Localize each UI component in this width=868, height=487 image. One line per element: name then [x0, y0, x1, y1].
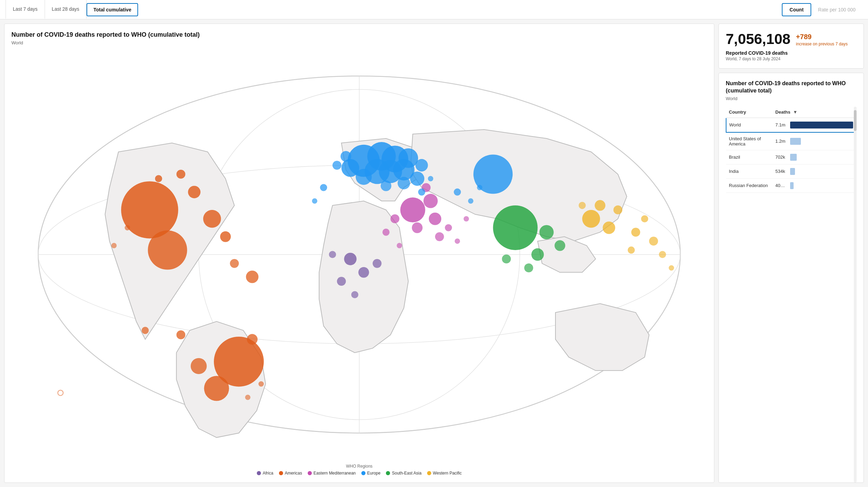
legend-label-sea: South-East Asia [392, 471, 421, 476]
bubble-asia-blue2 [468, 198, 473, 204]
scrollbar-track [854, 107, 857, 482]
stats-card: 7,056,108 +789 increase on previous 7 da… [718, 24, 864, 69]
bubble-americas-6 [155, 175, 162, 183]
metric-group: Count Rate per 100 000 [782, 0, 862, 19]
legend-label-americas: Americas [285, 471, 302, 476]
legend-label-europe: Europe [367, 471, 381, 476]
country-russia: Russian Federation [726, 178, 772, 193]
bubble-africa-6 [329, 251, 336, 258]
table-row-india[interactable]: India 534k [726, 164, 856, 178]
bubble-wp-3 [595, 200, 605, 211]
bubble-wp-8 [641, 215, 648, 223]
bubble-africa-2 [358, 267, 369, 278]
table-card-title: Number of COVID-19 deaths reported to WH… [726, 80, 857, 95]
bubble-em-2 [424, 194, 438, 208]
col-header-country: Country [726, 107, 772, 118]
deaths-usa: 1.2m [772, 132, 856, 150]
bubble-em-4 [412, 222, 423, 233]
stats-increase-label: increase on previous 7 days [796, 42, 848, 46]
bar-fill-india [790, 168, 795, 175]
bar-fill-world [790, 122, 853, 129]
deaths-brazil: 702k [772, 150, 856, 164]
bubble-europe-10 [410, 172, 424, 186]
legend-title: WHO Regions [11, 464, 707, 469]
table-card-subtitle: World [726, 96, 857, 101]
deaths-value-russia: 40… [775, 183, 787, 188]
main-container: Number of COVID-19 deaths reported to WH… [0, 19, 868, 487]
bar-track-world [790, 122, 853, 129]
bubble-africa-4 [373, 259, 382, 268]
bubble-europe-7 [398, 149, 418, 168]
country-usa: United States of America [726, 132, 772, 150]
bubble-wp-7 [628, 247, 635, 254]
legend-item-sea: South-East Asia [386, 471, 421, 476]
col-header-deaths[interactable]: Deaths ▼ [772, 107, 856, 118]
table-row-world[interactable]: World 7.1m [726, 118, 856, 132]
bubble-americas-sa6 [142, 327, 149, 334]
bubble-wp-6 [649, 237, 658, 246]
tab-bar: Last 7 days Last 28 days Total cumulativ… [0, 0, 868, 19]
bubble-india [493, 205, 538, 250]
legend-label-africa: Africa [263, 471, 273, 476]
metric-count-button[interactable]: Count [782, 3, 811, 16]
deaths-table: Country Deaths ▼ World 7.1 [726, 107, 857, 193]
bubble-em-extra2 [397, 243, 402, 248]
bar-track-india [790, 168, 853, 175]
table-row-russia[interactable]: Russian Federation 40… [726, 178, 856, 193]
bubble-wp-11 [669, 265, 674, 271]
bubble-em-1 [400, 197, 425, 222]
bubble-am-extra4 [245, 395, 250, 400]
stats-increase-value: +789 [796, 33, 848, 41]
scrollbar-thumb[interactable] [854, 110, 857, 131]
bubble-wp-5 [631, 228, 640, 237]
bubble-eu-extra4 [428, 176, 433, 181]
bubble-eu-extra2 [312, 198, 317, 204]
main-death-count: 7,056,108 [726, 31, 790, 47]
bubble-wp-4 [613, 205, 622, 214]
tab-last7days[interactable]: Last 7 days [6, 0, 45, 19]
map-title: Number of COVID-19 deaths reported to WH… [11, 31, 707, 39]
bubble-wp-9 [659, 251, 666, 258]
legend-item-eastern-med: Eastern Mediterranean [308, 471, 356, 476]
bubble-americas-ca2 [230, 259, 239, 268]
bubble-wp-1 [582, 210, 600, 228]
tab-last28days[interactable]: Last 28 days [45, 0, 87, 19]
deaths-value-brazil: 702k [775, 154, 787, 160]
country-brazil: Brazil [726, 150, 772, 164]
bubble-americas-sa4 [247, 334, 257, 345]
map-panel: Number of COVID-19 deaths reported to WH… [4, 24, 714, 483]
table-card: Number of COVID-19 deaths reported to WH… [718, 73, 864, 483]
bubble-europe-15 [381, 180, 391, 191]
bubble-asia-blue3 [477, 185, 482, 190]
tab-total-cumulative[interactable]: Total cumulative [87, 3, 138, 16]
table-row-usa[interactable]: United States of America 1.2m [726, 132, 856, 150]
bar-track-brazil [790, 154, 853, 161]
deaths-india: 534k [772, 164, 856, 178]
bubble-africa-3 [337, 277, 346, 286]
legend-label-eastern-med: Eastern Mediterranean [314, 471, 356, 476]
bubble-sea-4 [554, 240, 565, 251]
country-india: India [726, 164, 772, 178]
bubble-em-8 [382, 229, 390, 236]
bubble-africa-1 [344, 253, 356, 265]
bubble-americas-sa3 [191, 358, 207, 374]
sort-arrow-icon: ▼ [793, 109, 797, 115]
bubble-sea-2 [540, 225, 554, 239]
deaths-value-india: 534k [775, 169, 787, 174]
bubble-africa-5 [351, 291, 359, 299]
right-panel: 7,056,108 +789 increase on previous 7 da… [718, 24, 864, 483]
country-world: World [726, 118, 772, 132]
bubble-em-7 [435, 232, 444, 241]
bar-fill-russia [790, 182, 794, 189]
bar-fill-brazil [790, 154, 796, 161]
bubble-americas-4 [188, 186, 200, 198]
table-row-brazil[interactable]: Brazil 702k [726, 150, 856, 164]
legend-items-container: Africa Americas Eastern Mediterranean Eu… [11, 471, 707, 476]
bubble-am-extra3 [259, 381, 264, 387]
bubble-wp-2 [603, 222, 615, 234]
bubble-eu-extra1 [320, 184, 327, 192]
legend-label-western-pacific: Western Pacific [433, 471, 462, 476]
legend-dot-sea [386, 471, 390, 475]
bubble-em-extra3 [455, 239, 460, 244]
metric-rate-button[interactable]: Rate per 100 000 [811, 3, 862, 16]
